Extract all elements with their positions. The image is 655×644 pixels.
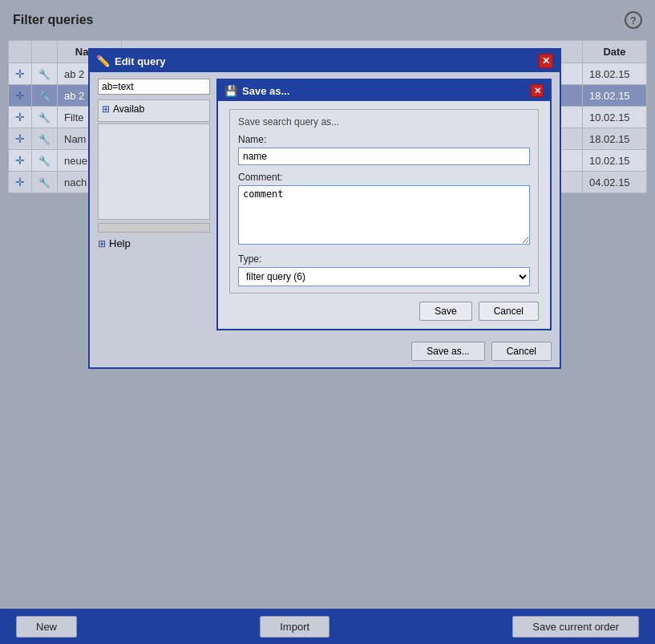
edit-query-close-button[interactable]: ✕ [539,54,553,68]
comment-textarea[interactable] [238,185,530,245]
wrench-cell[interactable]: 🔧 [32,128,58,150]
filter-input[interactable] [98,79,210,95]
pencil-icon: ✏️ [96,55,110,67]
date-cell: 10.02.15 [583,150,647,172]
wrench-cell[interactable]: 🔧 [32,107,58,128]
help-row: ⊞ Help [98,237,210,249]
save-as-close-button[interactable]: ✕ [531,84,544,97]
edit-query-titlebar: ✏️ Edit query ✕ [90,50,560,72]
save-as-titlebar: 💾 Save as... ✕ [218,80,550,101]
col-header-date: Date [583,41,647,63]
eq-left-panel: ⊞ Availab ⊞ Help [98,79,210,330]
edit-cancel-button[interactable]: Cancel [491,342,552,361]
save-as-title-label: Save as... [242,85,289,97]
drag-handle[interactable]: ✛ [9,63,32,85]
page-title: Filter queries [13,13,93,27]
new-button[interactable]: New [16,616,77,638]
wrench-cell[interactable]: 🔧 [32,63,58,85]
save-as-dialog: 💾 Save as... ✕ Save search query as... N… [216,79,552,330]
save-as-body: Save search query as... Name: Comment: T… [218,101,550,329]
available-panel: ⊞ Availab [98,99,210,122]
date-cell: 10.02.15 [583,107,647,128]
help-expand-icon[interactable]: ⊞ [98,238,106,249]
type-label: Type: [238,253,530,265]
save-search-group: Save search query as... Name: Comment: T… [229,109,539,294]
drag-handle[interactable]: ✛ [9,150,32,172]
left-content-area [98,124,210,220]
save-as-buttons: Save Cancel [229,302,539,321]
date-cell: 04.02.15 [583,172,647,193]
name-label: Name: [238,134,530,145]
save-button[interactable]: Save [419,302,471,321]
type-select[interactable]: filter query (6)filter query (1)filter q… [238,267,530,286]
scrollbar-area[interactable] [98,223,210,233]
drag-handle[interactable]: ✛ [9,107,32,128]
edit-query-title-label: Edit query [115,55,166,67]
comment-label: Comment: [238,172,530,183]
available-label: Availab [113,103,144,115]
name-input[interactable] [238,148,530,165]
drag-handle[interactable]: ✛ [9,85,32,107]
date-cell: 18.02.15 [583,85,647,107]
wrench-cell[interactable]: 🔧 [32,172,58,193]
edit-query-title: ✏️ Edit query [96,55,166,67]
help-label: Help [109,237,131,249]
date-cell: 18.02.15 [583,128,647,150]
group-legend: Save search query as... [238,116,530,128]
wrench-cell[interactable]: 🔧 [32,85,58,107]
import-button[interactable]: Import [260,616,330,638]
drag-handle[interactable]: ✛ [9,172,32,193]
date-cell: 18.02.15 [583,63,647,85]
edit-query-dialog: ✏️ Edit query ✕ ⊞ Availab ⊞ Help [88,48,561,369]
edit-query-footer: Save as... Cancel [90,337,560,367]
col-header-drag [9,41,32,63]
drag-handle[interactable]: ✛ [9,128,32,150]
edit-query-body: ⊞ Availab ⊞ Help 💾 Save as... ✕ [90,72,560,337]
wrench-cell[interactable]: 🔧 [32,150,58,172]
page-header: Filter queries ? [0,0,655,40]
save-current-order-button[interactable]: Save current order [512,616,639,638]
footer-bar: New Import Save current order [0,609,655,644]
save-as-button[interactable]: Save as... [411,342,484,361]
save-as-title: 💾 Save as... [224,85,289,97]
expand-icon[interactable]: ⊞ [102,103,110,115]
available-header: ⊞ Availab [102,103,206,115]
cancel-button[interactable]: Cancel [479,302,539,321]
help-icon[interactable]: ? [625,11,642,29]
save-icon: 💾 [224,85,237,97]
col-header-wrench [32,41,58,63]
